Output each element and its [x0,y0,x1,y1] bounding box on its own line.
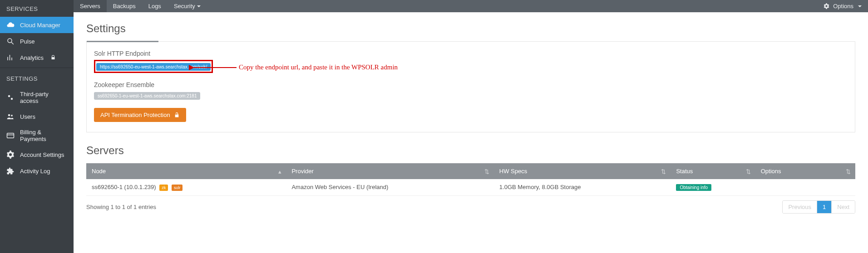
page-next[interactable]: Next [831,201,855,213]
chevron-down-icon [197,5,201,7]
col-label: Node [92,168,106,175]
sidebar-divider [0,68,74,68]
sidebar-services-heading: SERVICES [0,0,74,17]
settings-panel: Solr HTTP Endpoint https://ss692650-eu-w… [86,41,855,132]
sort-icon: ▴ [278,168,281,175]
sidebar-item-label: Pulse [20,38,35,45]
solr-endpoint-label: Solr HTTP Endpoint [94,50,848,57]
tab-label: Servers [80,3,100,10]
options-label: Options [833,3,853,10]
tab-backups[interactable]: Backups [107,0,142,12]
search-icon [6,37,15,45]
sort-icon: ⇅ [746,168,751,175]
sidebar-item-users[interactable]: Users [0,108,74,125]
gears-icon [6,93,15,102]
cell-node: ss692650-1 (10.0.1.239) zk solr [86,179,286,195]
sidebar-item-label: Activity Log [20,168,50,175]
svg-point-8 [11,115,13,117]
sidebar-item-account[interactable]: Account Settings [0,146,74,163]
sidebar-item-analytics[interactable]: Analytics [0,49,74,66]
col-hw[interactable]: HW Specs⇅ [494,163,671,179]
settings-title: Settings [86,22,855,35]
sort-icon: ⇅ [661,168,666,175]
annotation-text: Copy the endpoint url, and paste it in t… [239,63,398,71]
col-options[interactable]: Options⇅ [755,163,855,179]
chevron-down-icon [858,5,862,7]
pagination: Previous 1 Next [782,200,855,214]
entries-info: Showing 1 to 1 of 1 entries [86,204,156,210]
tab-servers[interactable]: Servers [74,0,107,12]
sidebar-item-cloud-manager[interactable]: Cloud Manager [0,17,74,33]
page-prev[interactable]: Previous [783,201,817,213]
sidebar-item-label: Analytics [20,54,44,61]
sidebar-item-label: Third-party access [20,91,67,104]
main-content: Settings Solr HTTP Endpoint https://ss69… [74,12,868,253]
sort-icon: ⇅ [484,168,489,175]
cell-provider: Amazon Web Services - EU (Ireland) [286,179,493,195]
col-label: Options [761,168,781,175]
spacer [207,0,816,12]
col-status[interactable]: Status⇅ [671,163,755,179]
svg-point-5 [8,95,10,97]
cell-options [755,179,855,195]
options-menu[interactable]: Options [816,0,868,12]
servers-title: Servers [86,144,855,157]
topbar: Servers Backups Logs Security Options [74,0,868,12]
gear-icon [822,2,830,10]
col-label: HW Specs [499,168,527,175]
node-name: ss692650-1 (10.0.1.239) [92,184,156,190]
col-label: Status [676,168,693,175]
sidebar-item-billing[interactable]: Billing & Payments [0,125,74,146]
credit-card-icon [6,131,15,140]
bar-chart-icon [6,54,15,62]
cell-status: Obtaining info [671,179,755,195]
sidebar-item-label: Users [20,113,35,120]
table-row: ss692650-1 (10.0.1.239) zk solr Amazon W… [86,179,855,195]
sidebar-item-activity-log[interactable]: Activity Log [0,163,74,179]
unlock-icon [174,112,180,118]
api-termination-button[interactable]: API Termination Protection [94,108,186,122]
svg-point-6 [11,98,13,100]
gear-icon [6,151,15,159]
sidebar-settings-heading: SETTINGS [0,70,74,87]
sidebar-item-label: Billing & Payments [20,129,67,142]
tab-security[interactable]: Security [168,0,207,12]
api-button-label: API Termination Protection [100,112,170,118]
sidebar-item-third-party[interactable]: Third-party access [0,87,74,108]
cell-hw: 1.0GB Memory, 8.0GB Storage [494,179,671,195]
servers-table: Node▴ Provider⇅ HW Specs⇅ Status⇅ Option… [86,163,855,196]
svg-rect-9 [7,133,14,138]
tab-logs[interactable]: Logs [142,0,168,12]
tab-label: Backups [113,3,136,10]
cloud-icon [6,21,15,29]
page-1[interactable]: 1 [817,201,831,213]
sidebar: SERVICES Cloud Manager Pulse Analytics S… [0,0,74,253]
lock-icon [49,54,57,62]
tab-label: Security [174,3,195,10]
col-label: Provider [291,168,313,175]
svg-point-7 [8,114,10,117]
col-node[interactable]: Node▴ [86,163,286,179]
sidebar-item-pulse[interactable]: Pulse [0,33,74,49]
badge-solr: solr [172,185,183,191]
sort-icon: ⇅ [846,168,851,175]
zookeeper-value[interactable]: ss692650-1-eu-west-1-aws.searchstax.com:… [94,92,200,100]
annotation-arrow [189,61,239,74]
svg-point-0 [8,39,12,43]
puzzle-icon [6,167,15,175]
users-icon [6,112,15,121]
badge-zk: zk [159,185,168,191]
svg-line-1 [11,42,14,44]
col-provider[interactable]: Provider⇅ [286,163,493,179]
table-footer: Showing 1 to 1 of 1 entries Previous 1 N… [86,200,855,214]
tab-label: Logs [148,3,161,10]
status-badge: Obtaining info [676,184,711,191]
panel-indicator [87,41,158,42]
sidebar-item-label: Cloud Manager [20,22,60,29]
zookeeper-label: Zookeeper Ensemble [94,81,848,88]
sidebar-item-label: Account Settings [20,151,64,158]
